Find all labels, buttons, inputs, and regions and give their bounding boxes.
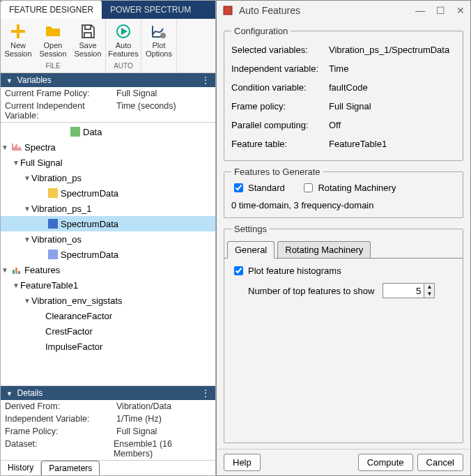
cfg-feature-table-value: FeatureTable1: [329, 139, 387, 149]
barchart-icon: [12, 265, 22, 275]
details-frame-label: Frame Policy:: [5, 427, 116, 436]
kebab-icon[interactable]: ⋮: [201, 75, 210, 85]
auto-features-button[interactable]: AutoFeatures: [106, 20, 141, 61]
details-indep-label: Independent Variable:: [5, 414, 116, 424]
plus-icon: [10, 23, 26, 40]
svg-marker-1: [121, 28, 128, 35]
dialog-title: Auto Features: [239, 5, 300, 16]
plot-options-button[interactable]: PlotOptions: [141, 20, 176, 61]
details-header[interactable]: ▼ Details ⋮: [1, 386, 215, 400]
details-dataset-label: Dataset:: [5, 439, 114, 459]
num-top-input[interactable]: [383, 283, 424, 298]
tab-general[interactable]: General: [227, 241, 275, 259]
frame-policy-value: Full Signal: [116, 89, 157, 98]
tab-rotating-machinery[interactable]: Rotating Machinery: [277, 241, 371, 258]
standard-checkbox[interactable]: Standard: [231, 181, 285, 194]
svg-rect-5: [18, 271, 20, 274]
folder-icon: [45, 23, 61, 40]
auto-group-label: AUTO: [109, 61, 137, 71]
tree-node-clearance[interactable]: ClearanceFactor: [1, 308, 215, 323]
configuration-legend: Configuration: [231, 26, 291, 36]
tree-node-vps1-spectrumdata[interactable]: SpectrumData: [1, 216, 215, 231]
cfg-indep-value: Time: [329, 63, 348, 74]
svg-rect-3: [13, 270, 15, 274]
dialog-titlebar: Auto Features — ☐ ✕: [217, 1, 470, 20]
num-top-spinner[interactable]: ▲ ▼: [383, 283, 435, 298]
tree-node-vps1[interactable]: ▼Vibration_ps_1: [1, 201, 215, 216]
minimize-icon[interactable]: —: [415, 5, 425, 16]
indep-var-label: Current Independent Variable:: [5, 101, 116, 121]
tree-node-impulse[interactable]: ImpulseFactor: [1, 339, 215, 354]
details-indep-value: 1/Time (Hz): [116, 414, 162, 424]
cfg-frame-value: Full Signal: [329, 101, 371, 112]
derived-from-value: Vibration/Data: [116, 401, 171, 411]
cancel-button[interactable]: Cancel: [417, 454, 463, 471]
frame-policy-label: Current Frame Policy:: [5, 89, 116, 98]
svg-rect-6: [224, 6, 232, 15]
file-group-label: FILE: [41, 61, 64, 71]
help-button[interactable]: Help: [224, 454, 261, 471]
cfg-cond-value: faultCode: [329, 82, 368, 93]
plot-histograms-checkbox[interactable]: Plot feature histograms: [231, 264, 341, 277]
app-icon: [222, 5, 233, 16]
cfg-cond-label: Condition variable:: [231, 82, 329, 93]
tab-power-spectrum[interactable]: POWER SPECTRUM: [102, 1, 199, 19]
tab-history[interactable]: History: [1, 461, 41, 475]
tree-node-features[interactable]: ▼Features: [1, 262, 215, 277]
sel-var-label: Selected variables:: [231, 45, 329, 55]
spinner-down-icon[interactable]: ▼: [424, 291, 434, 298]
save-icon: [79, 23, 96, 40]
details-dataset-value: Ensemble1 (16 Members): [114, 439, 211, 459]
tab-parameters[interactable]: Parameters: [41, 461, 100, 475]
cfg-indep-label: Independent variable:: [231, 63, 329, 74]
configuration-fieldset: Configuration Selected variables:Vibrati…: [224, 26, 463, 161]
tab-feature-designer[interactable]: FEATURE DESIGNER: [1, 1, 102, 19]
spinner-up-icon[interactable]: ▲: [424, 284, 434, 291]
tree-node-vps[interactable]: ▼Vibration_ps: [1, 170, 215, 185]
features-to-generate-fieldset: Features to Generate Standard Rotating M…: [224, 167, 463, 218]
app-tab-row: FEATURE DESIGNER POWER SPECTRUM: [1, 1, 215, 19]
tree-node-vos-spectrumdata[interactable]: SpectrumData: [1, 247, 215, 262]
auto-features-icon: [115, 23, 132, 40]
close-icon[interactable]: ✕: [456, 5, 465, 16]
svg-point-2: [160, 33, 166, 38]
save-session-button[interactable]: SaveSession: [70, 20, 105, 61]
sel-var-value: Vibration_ps_1/SpectrumData: [329, 45, 449, 55]
features-legend: Features to Generate: [231, 167, 323, 177]
new-session-button[interactable]: NewSession: [1, 20, 36, 61]
tree-node-crest[interactable]: CrestFactor: [1, 323, 215, 339]
spectrum-icon: [12, 142, 22, 152]
variables-tree[interactable]: Data ▼Spectra ▼Full Signal ▼Vibration_ps…: [1, 122, 215, 386]
cfg-frame-label: Frame policy:: [231, 101, 329, 112]
tree-node-vos[interactable]: ▼Vibration_os: [1, 231, 215, 247]
main-panel: FEATURE DESIGNER POWER SPECTRUM NewSessi…: [0, 0, 216, 476]
auto-features-dialog: Auto Features — ☐ ✕ Configuration Select…: [216, 0, 471, 476]
plot-options-icon: [150, 23, 167, 40]
settings-fieldset: Settings General Rotating Machinery Plot…: [224, 224, 463, 443]
open-session-button[interactable]: OpenSession: [36, 20, 70, 61]
tree-node-envsigstats[interactable]: ▼Vibration_env_sigstats: [1, 293, 215, 308]
cfg-parallel-label: Parallel computing:: [231, 120, 329, 130]
settings-legend: Settings: [231, 224, 270, 234]
cfg-parallel-value: Off: [329, 120, 341, 130]
indep-var-value: Time (seconds): [116, 101, 176, 121]
tree-node-data[interactable]: Data: [1, 124, 215, 139]
rotating-machinery-checkbox[interactable]: Rotating Machinery: [301, 181, 396, 194]
tree-node-spectra[interactable]: ▼Spectra: [1, 139, 215, 155]
num-top-label: Number of top features to show: [248, 286, 374, 296]
tree-node-featuretable1[interactable]: ▼FeatureTable1: [1, 277, 215, 293]
maximize-icon[interactable]: ☐: [436, 5, 445, 16]
ribbon: NewSession OpenSession SaveSession FILE …: [1, 19, 215, 73]
details-frame-value: Full Signal: [116, 427, 157, 436]
feature-summary-text: 0 time-domain, 3 frequency-domain: [231, 194, 456, 210]
svg-rect-4: [15, 268, 17, 274]
tree-node-full-signal[interactable]: ▼Full Signal: [1, 155, 215, 170]
derived-from-label: Derived From:: [5, 401, 116, 411]
cfg-feature-table-label: Feature table:: [231, 139, 329, 149]
compute-button[interactable]: Compute: [358, 454, 413, 471]
tree-node-vps-spectrumdata[interactable]: SpectrumData: [1, 185, 215, 201]
variables-header[interactable]: ▼ Variables ⋮: [1, 73, 215, 87]
kebab-icon[interactable]: ⋮: [201, 388, 210, 398]
